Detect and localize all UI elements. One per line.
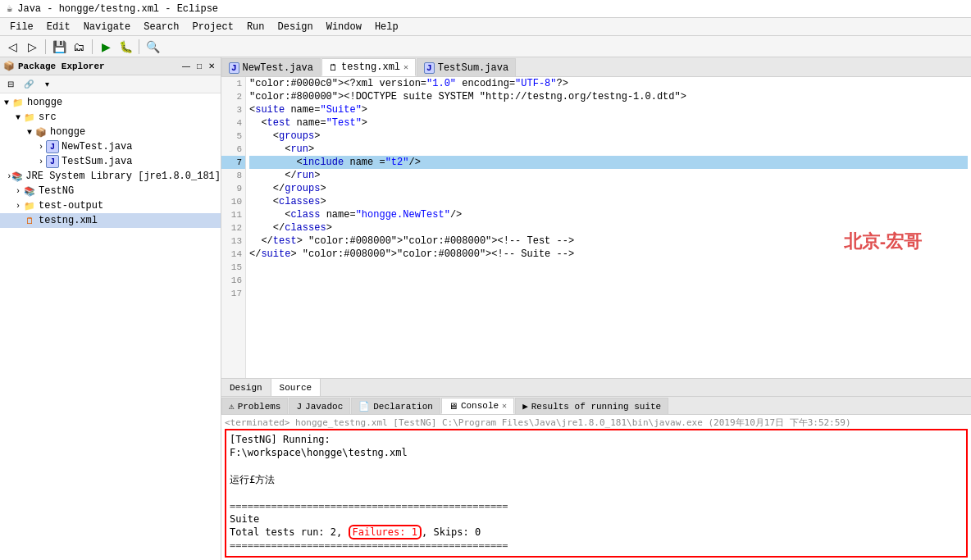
tab-close-1[interactable]: ✕ [403,62,408,72]
bottom-tab-3[interactable]: 🖥Console✕ [441,398,514,414]
bottom-tab-icon-3: 🖥 [449,401,458,412]
line-number-14: 14 [221,248,245,261]
line-number-11: 11 [221,208,245,221]
tree-item-1[interactable]: ▼📁src [0,110,221,125]
code-line-1: "color:#0000c0"><?xml version="1.0" enco… [249,77,968,90]
tree-label-5: JRE System Library [jre1.8.0_181] [25,171,221,182]
editor-tab-0[interactable]: JNewTest.java [221,58,321,76]
line-number-17: 17 [221,287,245,300]
package-explorer-label: Package Explorer [18,61,105,71]
tree-item-8[interactable]: 🗒testng.xml [0,213,221,228]
toolbar-save[interactable]: 💾 [50,38,68,56]
code-line-4: <test name="Test"> [249,116,968,130]
design-source-tab-0[interactable]: Design [221,379,271,396]
view-menu[interactable]: ▾ [38,75,56,93]
menu-item-window[interactable]: Window [320,20,368,34]
tree-item-3[interactable]: ›JNewTest.java [0,139,221,154]
toolbar-run[interactable]: ▶ [97,38,115,56]
menu-item-help[interactable]: Help [368,20,405,34]
toolbar-save-all[interactable]: 🗂 [70,38,88,56]
tree-item-5[interactable]: ›📚JRE System Library [jre1.8.0_181] [0,169,221,184]
toolbar-back[interactable]: ◁ [3,38,21,56]
package-explorer-panel: 📦 Package Explorer — □ ✕ ⊟ 🔗 ▾ ▼📁hongge▼… [0,57,221,560]
bottom-tab-label-1: Javadoc [305,402,343,412]
package-explorer-tree: ▼📁hongge▼📁src▼📦hongge›JNewTest.java›JTes… [0,93,221,560]
tree-item-6[interactable]: ›📚TestNG [0,184,221,198]
panel-maximize[interactable]: □ [194,61,204,71]
line-number-10: 10 [221,195,245,208]
menubar: FileEditNavigateSearchProjectRunDesignWi… [0,18,971,36]
editor-tabs: JNewTest.java🗒testng.xml✕JTestSum.java [221,57,971,77]
line-number-3: 3 [221,103,245,116]
line-number-13: 13 [221,234,245,248]
toolbar-debug[interactable]: 🐛 [116,38,134,56]
collapse-all[interactable]: ⊟ [2,75,20,93]
console-line-0: [TestNG] Running: [230,434,963,447]
toolbar-fwd[interactable]: ▷ [23,38,41,56]
console-line-6: Suite [230,513,963,526]
line-number-7: 7 [221,156,245,169]
code-line-15 [249,261,968,274]
tree-label-2: hongge [50,126,85,138]
bottom-tab-4[interactable]: ▶Results of running suite [515,398,668,414]
tree-icon-4: J [46,155,59,168]
menu-item-project[interactable]: Project [185,20,239,34]
code-line-17 [249,287,968,300]
console-line-8: ========================================… [230,540,963,553]
editor-tab-1[interactable]: 🗒testng.xml✕ [321,58,416,76]
bottom-tab-0[interactable]: ⚠Problems [221,398,288,414]
failures-highlight: Failures: 1 [349,525,422,540]
line-number-15: 15 [221,261,245,274]
panel-minimize[interactable]: — [180,61,193,71]
tree-item-4[interactable]: ›JTestSum.java [0,154,221,169]
code-line-9: </groups> [249,182,968,195]
package-explorer-header: 📦 Package Explorer — □ ✕ [0,57,221,75]
toolbar-sep3 [139,39,139,54]
bottom-tab-icon-4: ▶ [522,401,528,412]
package-explorer-title: 📦 Package Explorer [3,61,105,71]
bottom-tab-1[interactable]: JJavadoc [289,398,350,414]
tree-item-2[interactable]: ▼📦hongge [0,125,221,139]
toolbar-search[interactable]: 🔍 [144,38,162,56]
console-line-3: 运行£方法 [230,473,963,487]
design-source-tab-1[interactable]: Source [271,379,321,396]
menu-item-run[interactable]: Run [240,20,271,34]
menu-item-edit[interactable]: Edit [40,20,77,34]
tree-icon-6: 📚 [23,184,36,198]
code-line-3: <suite name="Suite"> [249,103,968,116]
line-number-12: 12 [221,221,245,234]
editor-panel: JNewTest.java🗒testng.xml✕JTestSum.java 1… [221,57,971,560]
tree-item-7[interactable]: ›📁test-output [0,198,221,213]
link-editor[interactable]: 🔗 [20,75,38,93]
bottom-tab-close-3[interactable]: ✕ [502,401,507,411]
tab-icon-1: 🗒 [329,62,338,73]
tree-item-0[interactable]: ▼📁hongge [0,95,221,110]
line-number-8: 8 [221,169,245,182]
tab-label-2: TestSum.java [438,62,508,74]
bottom-tab-label-3: Console [461,401,499,411]
console-line-1: F:\workspace\hongge\testng.xml [230,447,963,460]
main-layout: 📦 Package Explorer — □ ✕ ⊟ 🔗 ▾ ▼📁hongge▼… [0,57,971,560]
tree-label-0: hongge [27,97,62,108]
titlebar-icon: ☕ [7,2,12,15]
tree-icon-3: J [46,140,59,153]
tree-label-3: NewTest.java [62,141,132,153]
tree-icon-8: 🗒 [23,214,36,227]
titlebar: ☕ Java - hongge/testng.xml - Eclipse [0,0,971,18]
menu-item-navigate[interactable]: Navigate [77,20,138,34]
tree-icon-1: 📁 [23,111,36,124]
editor-tab-2[interactable]: JTestSum.java [417,58,516,76]
code-line-2: "color:#800000"><!DOCTYPE suite SYSTEM "… [249,90,968,103]
code-line-7: <include name ="t2"/> [249,156,968,169]
left-toolbar: ⊟ 🔗 ▾ [0,75,221,93]
menu-item-file[interactable]: File [3,20,40,34]
code-editor[interactable]: "color:#0000c0"><?xml version="1.0" enco… [246,77,971,378]
bottom-tab-label-0: Problems [238,402,281,412]
bottom-tab-2[interactable]: 📄Declaration [351,398,440,414]
console-line-4 [230,487,963,500]
console-output: <terminated> hongge_testng.xml [TestNG] … [221,415,971,560]
tree-arrow-7: › [13,202,23,211]
panel-close[interactable]: ✕ [206,61,217,71]
menu-item-search[interactable]: Search [137,20,185,34]
menu-item-design[interactable]: Design [271,20,319,34]
